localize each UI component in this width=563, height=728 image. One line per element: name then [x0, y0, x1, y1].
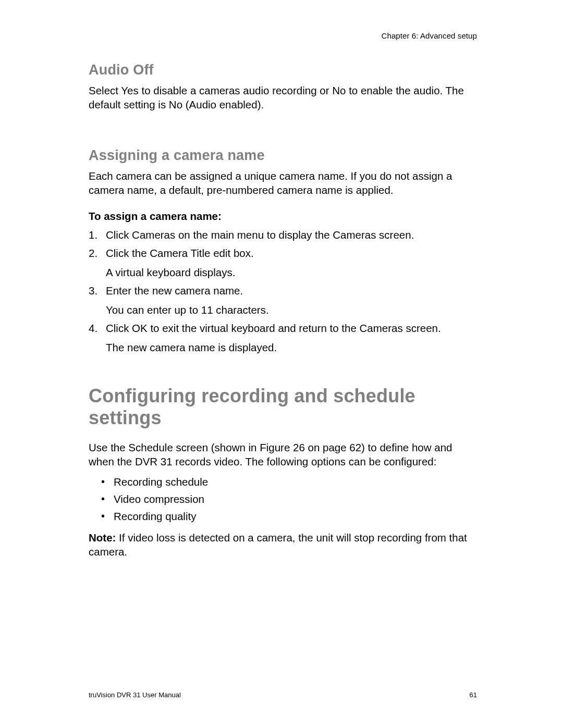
- footer-page-number: 61: [470, 691, 477, 699]
- step-subtext: The new camera name is displayed.: [106, 340, 477, 354]
- step-item: Click Cameras on the main menu to displa…: [89, 228, 477, 242]
- step-text: Enter the new camera name.: [106, 285, 243, 297]
- procedure-label: To assign a camera name:: [89, 210, 477, 223]
- step-item: Click the Camera Title edit box. A virtu…: [89, 246, 477, 279]
- heading-audio-off: Audio Off: [89, 62, 477, 78]
- paragraph-configuring-intro: Use the Schedule screen (shown in Figure…: [89, 440, 477, 468]
- section-spacer: [89, 118, 477, 147]
- step-text: Click the Camera Title edit box.: [106, 247, 254, 259]
- step-text: Click OK to exit the virtual keyboard an…: [106, 322, 441, 334]
- step-subtext: A virtual keyboard displays.: [106, 265, 477, 279]
- note-body: If video loss is detected on a camera, t…: [89, 532, 467, 558]
- heading-assigning-camera-name: Assigning a camera name: [89, 147, 477, 164]
- paragraph-note: Note: If video loss is detected on a cam…: [89, 530, 477, 559]
- footer-manual-name: truVision DVR 31 User Manual: [89, 691, 181, 699]
- paragraph-audio-off: Select Yes to disable a cameras audio re…: [89, 83, 477, 112]
- bullet-list: Recording schedule Video compression Rec…: [89, 475, 477, 523]
- step-text: Click Cameras on the main menu to displa…: [106, 229, 414, 241]
- heading-configuring-recording: Configuring recording and schedule setti…: [89, 385, 477, 429]
- bullet-item: Video compression: [89, 492, 477, 506]
- document-page: Chapter 6: Advanced setup Audio Off Sele…: [0, 0, 563, 728]
- bullet-item: Recording schedule: [89, 475, 477, 489]
- page-footer: truVision DVR 31 User Manual 61: [89, 691, 477, 699]
- note-label: Note:: [89, 532, 116, 544]
- steps-list: Click Cameras on the main menu to displa…: [89, 228, 477, 354]
- paragraph-assigning-intro: Each camera can be assigned a unique cam…: [89, 169, 477, 197]
- step-item: Enter the new camera name. You can enter…: [89, 283, 477, 317]
- bullet-item: Recording quality: [89, 509, 477, 523]
- step-subtext: You can enter up to 11 characters.: [106, 303, 477, 317]
- chapter-header: Chapter 6: Advanced setup: [89, 31, 477, 40]
- step-item: Click OK to exit the virtual keyboard an…: [89, 321, 477, 354]
